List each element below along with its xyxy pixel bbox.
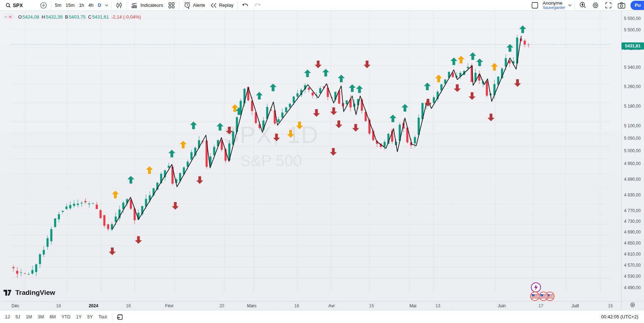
price-axis[interactable]: 5431,61 5 550,005 500,005 420,005 340,00…: [621, 11, 644, 310]
undo-button[interactable]: [239, 0, 251, 10]
session-clock[interactable]: 00:42:05 (UTC+2): [601, 314, 638, 319]
range-ytd[interactable]: YTD: [59, 313, 73, 321]
range-5y[interactable]: 5Y: [85, 313, 96, 321]
save-layout-link[interactable]: Sauvegarder: [543, 5, 565, 10]
layout-dropdown-arrow[interactable]: [567, 0, 573, 10]
sell-signal-arrow: [330, 107, 337, 115]
close-key: C: [88, 14, 91, 20]
symbol-search-button[interactable]: SPX: [3, 0, 25, 10]
us-flag-event-icon[interactable]: [539, 292, 548, 301]
candle-body: [293, 97, 295, 103]
sell-signal-arrow: [109, 247, 116, 255]
legend-controls[interactable]: – ≈: [3, 14, 15, 20]
tradingview-mark-icon: [4, 290, 13, 296]
range-1m[interactable]: 1M: [23, 313, 35, 321]
chart-legend: – ≈ O5424,08 H5432,39 B5403,75 C5431,61 …: [3, 14, 141, 20]
go-to-date-button[interactable]: [114, 312, 125, 322]
caution-buy-signal-arrow: [458, 56, 464, 63]
snapshot-button[interactable]: [615, 0, 628, 10]
buy-signal-arrow: [127, 176, 134, 183]
sell-signal-arrow: [352, 124, 359, 132]
interval-group: 5m15m1h4hD: [53, 0, 103, 11]
buy-signal-arrow: [450, 57, 457, 65]
price-label: 5 100,00: [624, 123, 641, 129]
price-chart-canvas[interactable]: [0, 11, 621, 310]
alert-button[interactable]: Alerte: [181, 0, 208, 10]
sell-signal-arrow: [514, 79, 521, 87]
symbol-label: SPX: [13, 2, 23, 8]
last-price-badge: 5431,61: [622, 42, 644, 50]
candle-body: [103, 215, 106, 225]
buy-signal-arrow: [216, 123, 223, 130]
layout-manager-button[interactable]: [528, 0, 541, 10]
high-value: 5432,39: [46, 14, 62, 20]
sell-signal-arrow: [469, 92, 475, 100]
layout-user-block[interactable]: Anonyme Sauvegarder: [541, 1, 567, 10]
interval-4h[interactable]: 4h: [86, 2, 96, 8]
sell-signal-arrow: [196, 176, 203, 184]
caution-buy-signal-arrow: [180, 141, 186, 148]
price-label: 5 550,00: [624, 16, 641, 21]
legend-collapse-icon: –: [5, 15, 7, 19]
candle-body: [24, 273, 26, 274]
plus-circle-icon: [40, 2, 47, 9]
range-6m[interactable]: 6M: [47, 313, 58, 321]
sell-signal-arrow: [487, 114, 494, 121]
candle-body: [524, 41, 526, 45]
add-symbol-button[interactable]: [37, 0, 50, 10]
time-label: 13: [435, 302, 440, 310]
price-label: 4 650,00: [624, 240, 641, 246]
price-label: 4 690,00: [624, 229, 641, 235]
sell-signal-arrow: [273, 134, 280, 141]
time-label: Déc: [11, 302, 19, 310]
candle-body: [281, 113, 283, 118]
settings-button[interactable]: [589, 0, 602, 10]
open-key: O: [18, 14, 22, 20]
interval-5m[interactable]: 5m: [53, 2, 63, 8]
buy-signal-arrow: [304, 70, 311, 77]
time-label: Mars: [247, 302, 257, 310]
caution-buy-signal-arrow: [146, 166, 153, 174]
publish-button[interactable]: Pu: [630, 1, 644, 10]
redo-button[interactable]: [251, 0, 264, 10]
quick-search-button[interactable]: [576, 0, 589, 10]
candle-body: [43, 250, 45, 255]
range-tout[interactable]: Tout: [96, 313, 110, 321]
candle-body: [433, 97, 435, 103]
lightning-event-icon[interactable]: [531, 282, 541, 292]
price-label: 5 500,00: [624, 27, 641, 33]
candle-body: [58, 214, 60, 219]
range-1j[interactable]: 1J: [2, 313, 12, 321]
range-3m[interactable]: 3M: [35, 313, 47, 321]
fullscreen-button[interactable]: [602, 0, 615, 10]
replay-button[interactable]: Replay: [208, 0, 236, 10]
buy-signal-arrow: [322, 69, 329, 76]
candle-body: [88, 204, 90, 204]
candle-body: [62, 211, 64, 212]
candle-body: [92, 203, 94, 204]
toolbar-divider: [111, 1, 112, 9]
us-flag-event-icon[interactable]: [530, 292, 540, 301]
tradingview-logo[interactable]: TradingView: [4, 289, 55, 297]
interval-15m[interactable]: 15m: [63, 2, 77, 8]
axis-settings-gear[interactable]: [629, 302, 636, 309]
chart-pane[interactable]: SPX, 1D S&P 500 – ≈ O5424,08 H5432,39 B5…: [0, 11, 621, 310]
interval-D-selected[interactable]: D: [96, 2, 103, 8]
chart-style-button[interactable]: [113, 0, 125, 10]
candle-body: [46, 238, 48, 247]
range-1y[interactable]: 1Y: [73, 313, 85, 321]
candle-body: [39, 254, 41, 264]
interval-dropdown-arrow[interactable]: [103, 0, 110, 10]
interval-1h[interactable]: 1h: [77, 2, 86, 8]
price-label: 5 000,00: [624, 148, 641, 154]
layout-grid-button[interactable]: [165, 0, 178, 10]
indicators-icon: [131, 2, 139, 9]
search-lightning-icon: [579, 1, 587, 9]
range-5j[interactable]: 5J: [12, 313, 23, 321]
indicators-button[interactable]: Indicateurs: [128, 0, 166, 10]
price-label: 4 950,00: [624, 161, 641, 166]
time-label: Juill: [572, 302, 579, 310]
toolbar-divider: [51, 1, 51, 9]
candle-body: [213, 147, 215, 155]
date-range-group: 1J5J1M3M6MYTD1Y5YTout: [2, 312, 110, 322]
